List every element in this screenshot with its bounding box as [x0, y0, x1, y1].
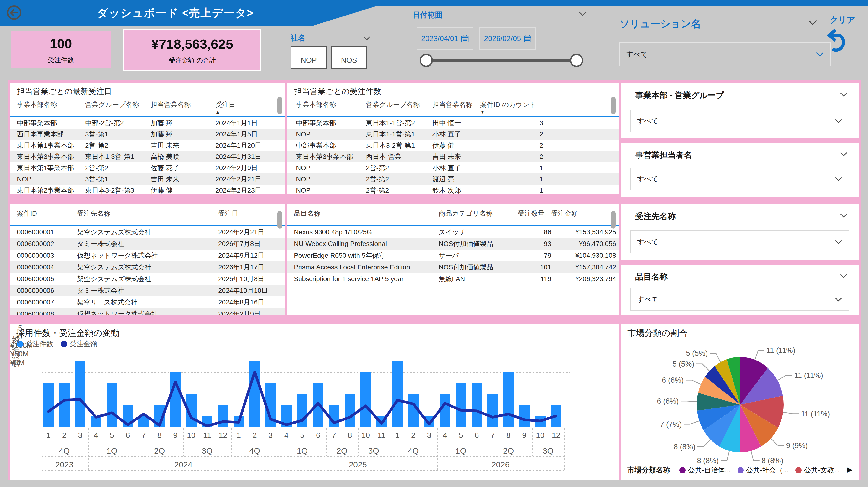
table-row[interactable]: 0006000007架空リース株式会社2024年8月16日 [10, 296, 285, 308]
bar-month-1[interactable] [392, 361, 403, 427]
bar-month-2[interactable] [59, 383, 70, 427]
table-row[interactable]: 中部事業本部東日本3-2営-第1伊藤 健2 [287, 140, 619, 151]
table-row[interactable]: 中部事業本部中部-2営-第2加藤 翔2024年1月1日 [10, 117, 285, 129]
column-header[interactable]: 担当営業名称 [151, 98, 215, 115]
bar-month-3[interactable] [265, 383, 276, 427]
table-row[interactable]: NOP2営-第2渡辺 亮1 [287, 174, 619, 185]
table-row[interactable]: NOP3営-第1吉田 未来2024年2月21日 [10, 174, 285, 185]
date-range-chevron-icon[interactable] [579, 11, 587, 16]
table-row[interactable]: 0006000006ダミー株式会社2024年10月10日 [10, 285, 285, 296]
table-row[interactable]: 東日本第1事業本部2営-第2吉田 未来2024年1月20日 [10, 140, 285, 151]
legend-more-arrow[interactable]: ▶ [847, 465, 852, 474]
bar-month-1[interactable] [43, 383, 54, 427]
column-header[interactable]: 営業グループ名称 [85, 98, 151, 115]
bar-month-4[interactable] [281, 405, 292, 427]
table-row[interactable]: 中部事業本部東日本1-1営-第2田中 恒一3 [287, 117, 619, 129]
table-row[interactable]: Prisma Access Local Enterprise EditionNO… [287, 261, 619, 273]
solution-dropdown[interactable]: すべて [619, 42, 831, 66]
date-slider-handle-start[interactable] [420, 54, 433, 67]
column-header[interactable]: 受注日▲ [215, 98, 268, 115]
bar-month-3[interactable] [424, 416, 434, 427]
table-row[interactable]: Nexus 9300 48p 1/10/25Gスイッチ86¥153,534,92… [287, 226, 619, 238]
table-row[interactable]: 0006000005架空システムズ株式会社2025年10月8日 [10, 273, 285, 285]
date-start-input[interactable]: 2023/04/01 [417, 27, 473, 50]
date-end-input[interactable]: 2026/02/05 [479, 27, 536, 50]
company-chevron-icon[interactable] [363, 36, 371, 40]
bar-month-11[interactable] [202, 416, 212, 427]
chevron-down-icon[interactable] [840, 274, 848, 278]
column-header[interactable]: 受注先名称 [77, 207, 218, 224]
bar-month-6[interactable] [471, 383, 482, 427]
column-header[interactable]: 品目名称 [294, 207, 439, 224]
legend-label[interactable]: 公共-自治体... [688, 466, 731, 474]
table-row[interactable]: NU Webex Calling ProfessionalNOS付加価値製品93… [287, 238, 619, 250]
bar-month-6[interactable] [313, 383, 323, 427]
slicer-dropdown[interactable]: すべて [630, 168, 849, 190]
column-header[interactable]: 営業グループ名称 [366, 98, 432, 115]
table-row[interactable]: NOP2営-第2鈴木 次郎1 [287, 185, 619, 194]
table-row[interactable]: 東日本第1事業本部2営-第2佐藤 花子2024年2月9日 [10, 162, 285, 174]
undo-icon[interactable] [826, 28, 849, 52]
scrollbar-thumb[interactable] [611, 211, 616, 229]
table-row[interactable]: NOP2営-第2小林 直子1 [287, 162, 619, 174]
bar-month-4[interactable] [91, 416, 101, 427]
bar-month-1[interactable] [234, 416, 244, 427]
table-row[interactable]: 東日本第3事業本部東日本1-3営-第1高橋 美咲2024年1月31日 [10, 151, 285, 162]
solution-chevron-icon[interactable] [807, 20, 818, 25]
bar-month-9[interactable] [170, 372, 181, 427]
date-slider-handle-end[interactable] [570, 54, 583, 67]
bar-month-8[interactable] [154, 405, 165, 427]
column-header[interactable]: 受注数量 [518, 207, 551, 224]
table-row[interactable]: PowerEdge R650 with 5年保守サーバ79¥104,930,10… [287, 250, 619, 261]
table-row[interactable]: Subscription for 1 service 1AP 5 year無線L… [287, 273, 619, 285]
table-row[interactable]: 東日本第2事業本部東日本3-2営-第3伊藤 健2024年2月23日 [10, 185, 285, 194]
bar-month-2[interactable] [408, 394, 418, 427]
bar-month-10[interactable] [361, 372, 371, 427]
bar-month-7[interactable] [487, 394, 498, 427]
slicer-dropdown[interactable]: すべて [630, 110, 849, 132]
column-header[interactable]: 事業本部名称 [17, 98, 85, 115]
table-row[interactable]: 0006000002ダミー株式会社2026年7月8日 [10, 238, 285, 250]
bar-month-9[interactable] [519, 405, 530, 427]
column-header[interactable]: 案件ID のカウント▼ [480, 98, 543, 115]
bar-month-3[interactable] [75, 361, 85, 427]
legend-label[interactable]: 公共-文教... [804, 466, 840, 474]
bar-month-2[interactable] [249, 361, 260, 427]
column-header[interactable]: 担当営業名称 [432, 98, 480, 115]
column-header[interactable]: 商品カテゴリ名称 [439, 207, 518, 224]
column-header[interactable]: 受注日 [218, 207, 285, 224]
bar-month-8[interactable] [503, 372, 514, 427]
company-button-nos[interactable]: NOS [331, 46, 367, 69]
bar-month-10[interactable] [535, 416, 546, 427]
bar-month-11[interactable] [376, 416, 387, 427]
slicer-dropdown[interactable]: すべて [630, 288, 849, 311]
bar-month-8[interactable] [345, 394, 355, 427]
scrollbar-thumb[interactable] [277, 97, 282, 114]
column-header[interactable]: 事業本部名称 [296, 98, 366, 115]
table-row[interactable]: 0006000004架空システムズ株式会社2026年1月17日 [10, 261, 285, 273]
bar-month-5[interactable] [297, 394, 307, 427]
bar-month-7[interactable] [138, 416, 149, 427]
table-row[interactable]: 0006000001架空システムズ株式会社2024年2月21日 [10, 226, 285, 238]
back-button[interactable] [6, 5, 22, 21]
chevron-down-icon[interactable] [840, 152, 848, 156]
chevron-down-icon[interactable] [840, 92, 848, 97]
bar-month-7[interactable] [329, 405, 339, 427]
table-row[interactable]: 0006000003仮想ネットワーク株式会社2024年9月12日 [10, 250, 285, 261]
table-row[interactable]: 東日本第3事業本部西日本-営業吉田 未来2 [287, 151, 619, 162]
bar-month-10[interactable] [186, 394, 196, 427]
table-row[interactable]: 0006000008仮想ネットワーク株式会社2024年2月9日 [10, 308, 285, 315]
table-row[interactable]: 西日本事業本部3営-第1加藤 翔2024年1月5日 [10, 129, 285, 140]
legend-label[interactable]: 公共-社会（... [746, 466, 789, 474]
scrollbar-thumb[interactable] [611, 97, 616, 114]
bar-month-12[interactable] [551, 405, 561, 427]
slicer-dropdown[interactable]: すべて [630, 231, 849, 253]
date-slider-track[interactable] [425, 59, 578, 62]
bar-month-5[interactable] [106, 383, 117, 427]
bar-month-6[interactable] [123, 405, 133, 427]
bar-month-12[interactable] [218, 405, 228, 427]
company-button-nop[interactable]: NOP [290, 46, 327, 69]
chevron-down-icon[interactable] [840, 213, 848, 218]
bar-month-4[interactable] [440, 394, 450, 427]
bar-month-5[interactable] [456, 383, 466, 427]
